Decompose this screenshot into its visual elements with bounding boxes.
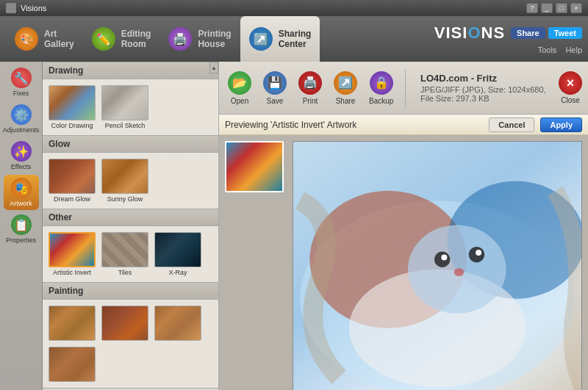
tab-sharing-center-line2: Center	[279, 39, 312, 49]
svg-point-9	[476, 250, 481, 256]
adjustments-icon: ⚙️	[11, 104, 32, 125]
save-icon: 💾	[263, 71, 287, 95]
help-link[interactable]: Help	[565, 46, 582, 54]
backup-btn[interactable]: 🔒 Backup	[366, 68, 396, 108]
tab-art-gallery-line1: Art	[44, 29, 74, 39]
painting-grid	[43, 300, 218, 388]
tab-editing-room[interactable]: ✏️ Editing Room	[83, 16, 160, 62]
tab-printing-house-line1: Printing	[198, 29, 231, 39]
effects-icon: ✨	[11, 141, 32, 162]
nav-right-area: VISIONS Share Tweet Tools Help	[434, 24, 582, 54]
adjustments-label: Adjustments	[3, 126, 40, 134]
sidebar-item-properties[interactable]: 📋 Properties	[4, 212, 39, 247]
main-view: 📂 Open 💾 Save 🖨️ Print ↗️ Share 🔒	[219, 62, 588, 390]
thumb-painting1[interactable]	[49, 306, 96, 341]
tab-editing-room-line2: Room	[121, 39, 151, 49]
app-icon	[6, 3, 16, 13]
close-file-icon: ×	[559, 71, 582, 95]
color-drawing-img	[49, 85, 96, 120]
tab-editing-room-line1: Editing	[121, 29, 151, 39]
title-bar: Visions ? _ □ ×	[0, 0, 588, 16]
print-icon: 🖨️	[298, 71, 322, 95]
sharing-center-icon: ↗️	[249, 27, 273, 51]
thumb-color-drawing[interactable]: Color Drawing	[49, 85, 96, 129]
thumb-dream-glow[interactable]: Dream Glow	[49, 159, 96, 203]
sidebar-item-fixes[interactable]: 🔧 Fixes	[4, 65, 39, 100]
thumb-xray[interactable]: X-Ray	[154, 232, 201, 276]
content-area: 🔧 Fixes ⚙️ Adjustments ✨ Effects 🎭 Artwo…	[0, 62, 588, 390]
preview-apply-btn[interactable]: Apply	[540, 118, 582, 132]
minimize-btn[interactable]: _	[541, 3, 553, 13]
share-social-btn[interactable]: Share	[511, 27, 545, 39]
painting2-img	[101, 306, 148, 341]
panel-area: ▲ Drawing Color Drawing Pencil Sketch Gl…	[43, 62, 219, 390]
sunny-glow-label: Sunny Glow	[107, 195, 143, 203]
scroll-up-arrow[interactable]: ▲	[209, 62, 218, 73]
tweet-btn[interactable]: Tweet	[548, 27, 582, 39]
xray-label: X-Ray	[168, 269, 187, 276]
color-drawing-label: Color Drawing	[51, 122, 93, 129]
sidebar-item-artwork[interactable]: 🎭 Artwork	[4, 175, 39, 210]
sidebar-item-effects[interactable]: ✨ Effects	[4, 138, 39, 173]
thumb-pencil-sketch[interactable]: Pencil Sketch	[101, 85, 148, 129]
svg-point-10	[454, 268, 464, 276]
help-btn[interactable]: ?	[526, 3, 538, 13]
tab-printing-house-line2: House	[198, 39, 231, 49]
category-other: Other	[43, 209, 218, 226]
backup-icon: 🔒	[370, 71, 393, 95]
share-btn[interactable]: ↗️ Share	[331, 68, 360, 108]
thumb-tiles[interactable]: Tiles	[101, 232, 148, 276]
cat-canvas	[293, 142, 581, 390]
share-label: Share	[336, 97, 356, 105]
tab-art-gallery-line2: Gallery	[44, 39, 74, 49]
preview-cancel-btn[interactable]: Cancel	[489, 118, 534, 132]
other-grid: Artistic Invert Tiles X-Ray	[43, 226, 218, 282]
panel-scroll[interactable]: Drawing Color Drawing Pencil Sketch Glow	[43, 62, 218, 388]
window-controls[interactable]: ? _ □ ×	[526, 3, 582, 13]
editing-room-icon: ✏️	[92, 27, 115, 51]
preview-thumb-img	[226, 142, 282, 191]
social-buttons: Share Tweet	[511, 27, 582, 39]
open-icon: 📂	[228, 71, 251, 95]
tab-art-gallery[interactable]: 🎨 Art Gallery	[6, 16, 83, 62]
tab-printing-house[interactable]: 🖨️ Printing House	[159, 16, 240, 62]
sidebar-item-adjustments[interactable]: ⚙️ Adjustments	[4, 101, 39, 137]
category-glow: Glow	[43, 135, 218, 153]
print-btn[interactable]: 🖨️ Print	[295, 68, 325, 108]
dream-glow-img	[49, 159, 96, 194]
preview-text: Previewing 'Artistic Invert' Artwork	[225, 120, 483, 130]
file-info: LO4D.com - Fritz JPEG/JIFF (JPG), Size: …	[420, 73, 553, 103]
artistic-invert-label: Artistic Invert	[53, 269, 91, 276]
art-gallery-icon: 🎨	[15, 27, 38, 51]
thumb-sunny-glow[interactable]: Sunny Glow	[101, 159, 148, 203]
thumb-painting2[interactable]	[101, 306, 148, 341]
tiles-label: Tiles	[118, 269, 132, 276]
drawing-grid: Color Drawing Pencil Sketch	[43, 79, 218, 135]
preview-thumbnail	[225, 141, 284, 192]
open-btn[interactable]: 📂 Open	[225, 68, 254, 108]
share-icon: ↗️	[334, 71, 357, 95]
dream-glow-label: Dream Glow	[54, 195, 90, 203]
tools-link[interactable]: Tools	[538, 46, 557, 54]
preview-bar: Previewing 'Artistic Invert' Artwork Can…	[219, 115, 588, 135]
pencil-sketch-img	[101, 85, 148, 120]
save-btn[interactable]: 💾 Save	[260, 68, 290, 108]
properties-icon: 📋	[11, 214, 32, 235]
file-name: LO4D.com - Fritz	[420, 73, 553, 84]
print-label: Print	[303, 97, 318, 105]
thumb-artistic-invert[interactable]: Artistic Invert	[49, 232, 96, 276]
close-file-btn[interactable]: × Close	[559, 71, 582, 104]
artistic-invert-img	[49, 232, 96, 267]
glow-grid: Dream Glow Sunny Glow	[43, 153, 218, 209]
maximize-btn[interactable]: □	[556, 3, 567, 13]
close-window-btn[interactable]: ×	[570, 3, 582, 13]
category-drawing: Drawing	[43, 62, 218, 79]
app-title: Visions	[21, 4, 46, 12]
fixes-icon: 🔧	[11, 68, 32, 88]
tab-sharing-center[interactable]: ↗️ Sharing Center	[240, 16, 320, 62]
painting1-img	[49, 306, 96, 341]
toolbar-divider	[405, 70, 406, 106]
thumb-painting3[interactable]	[154, 306, 201, 341]
thumb-painting4[interactable]	[49, 347, 96, 382]
tab-sharing-center-line1: Sharing	[279, 29, 312, 39]
